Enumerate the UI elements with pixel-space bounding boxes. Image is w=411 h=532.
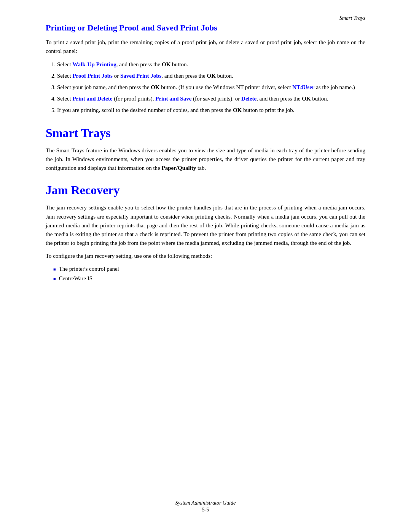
walkup-printing-link: Walk-Up Printing bbox=[72, 61, 116, 67]
printing-step-2: Select Proof Print Jobs or Saved Print J… bbox=[57, 71, 365, 80]
print-and-delete-link: Print and Delete bbox=[72, 96, 112, 102]
jam-recovery-section: Jam Recovery The jam recovery settings e… bbox=[46, 183, 365, 284]
jam-bullet-1-text: The printer's control panel bbox=[59, 264, 119, 274]
printing-steps-list: Select Walk-Up Printing, and then press … bbox=[57, 60, 365, 115]
header-title: Smart Trays bbox=[339, 15, 365, 21]
smart-trays-section: Smart Trays The Smart Trays feature in t… bbox=[46, 126, 365, 173]
printing-heading: Printing or Deleting Proof and Saved Pri… bbox=[46, 23, 365, 33]
footer-page: 5-5 bbox=[0, 507, 411, 513]
printing-intro: To print a saved print job, print the re… bbox=[46, 38, 365, 56]
print-and-save-link: Print and Save bbox=[155, 96, 191, 102]
paper-quality-bold: Paper/Quality bbox=[162, 165, 196, 171]
printing-step-5: If you are printing, scroll to the desir… bbox=[57, 105, 365, 115]
jam-bullet-2-text: CentreWare IS bbox=[59, 274, 92, 284]
ok-bold-1: OK bbox=[162, 61, 170, 67]
jam-bullet-2: CentreWare IS bbox=[53, 274, 365, 284]
smart-trays-body: The Smart Trays feature in the Windows d… bbox=[46, 146, 365, 173]
saved-print-jobs-link: Saved Print Jobs bbox=[120, 73, 161, 79]
page-header-right: Smart Trays bbox=[339, 15, 365, 21]
proof-print-jobs-link: Proof Print Jobs bbox=[72, 73, 113, 79]
page: Smart Trays Printing or Deleting Proof a… bbox=[0, 0, 411, 532]
jam-recovery-body2: To configure the jam recovery setting, u… bbox=[46, 252, 365, 260]
delete-link: Delete bbox=[241, 96, 256, 102]
jam-recovery-heading: Jam Recovery bbox=[46, 183, 365, 197]
smart-trays-heading: Smart Trays bbox=[46, 126, 365, 140]
page-footer: System Administrator Guide 5-5 bbox=[0, 500, 411, 513]
jam-recovery-bullets-list: The printer's control panel CentreWare I… bbox=[53, 264, 365, 284]
nt4user-link: NT4User bbox=[292, 84, 314, 90]
jam-recovery-body1: The jam recovery settings enable you to … bbox=[46, 203, 365, 248]
printing-section: Printing or Deleting Proof and Saved Pri… bbox=[46, 23, 365, 115]
printing-step-1: Select Walk-Up Printing, and then press … bbox=[57, 60, 365, 69]
ok-bold-3: OK bbox=[151, 84, 159, 90]
ok-bold-4: OK bbox=[302, 96, 311, 102]
ok-bold-2: OK bbox=[207, 73, 215, 79]
jam-bullet-1: The printer's control panel bbox=[53, 264, 365, 274]
footer-text: System Administrator Guide bbox=[0, 500, 411, 506]
printing-step-3: Select your job name, and then press the… bbox=[57, 83, 365, 92]
printing-step-4: Select Print and Delete (for proof print… bbox=[57, 94, 365, 103]
ok-bold-5: OK bbox=[233, 107, 242, 113]
smart-trays-body-end: tab. bbox=[196, 165, 206, 171]
